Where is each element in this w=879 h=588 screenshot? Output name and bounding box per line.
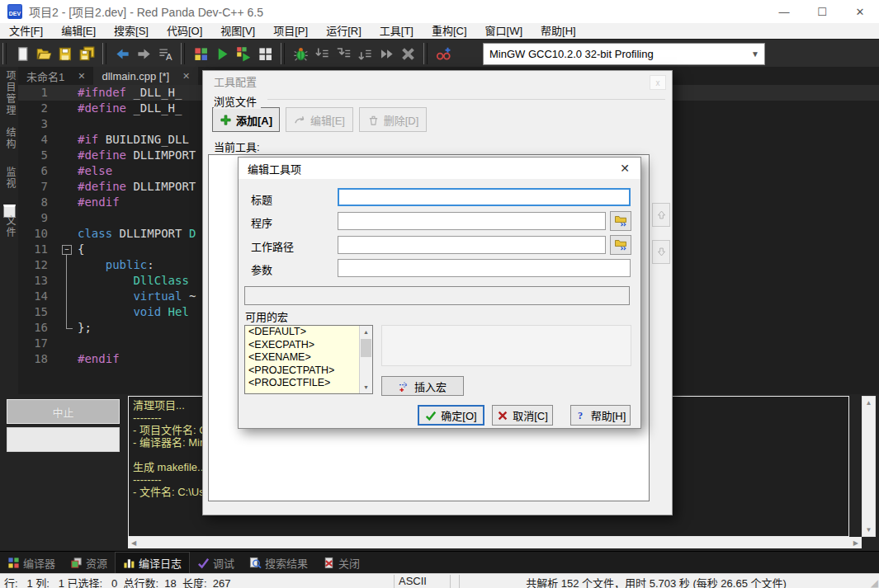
sidebar-panel-structure[interactable]: 结构 [3, 127, 17, 150]
dialog-titlebar[interactable]: 工具配置 [203, 71, 672, 91]
token: DLLIMPORT [133, 148, 196, 162]
menu-item-run[interactable]: 运行[R] [317, 23, 371, 39]
log-horizontal-scrollbar[interactable]: ◀ ▶ [128, 537, 862, 548]
nav-forward-button[interactable] [133, 43, 154, 64]
edit-tool-button[interactable]: 编辑[E] [286, 107, 353, 132]
step-over-button[interactable] [311, 43, 333, 64]
run-button[interactable] [211, 43, 233, 64]
debug-icon [293, 46, 309, 62]
minimize-button[interactable]: — [765, 0, 803, 23]
scroll-down-icon[interactable]: ▼ [360, 384, 372, 390]
menu-item-code[interactable]: 代码[O] [158, 23, 211, 39]
token: BUILDING_DLL [106, 133, 189, 146]
menu-item-tools[interactable]: 工具[T] [371, 23, 423, 39]
compile-button[interactable] [190, 43, 211, 64]
output-tab-search-results[interactable]: 搜索结果 [242, 553, 315, 573]
toolbar-separator [102, 43, 106, 64]
open-folder-button[interactable] [33, 43, 54, 64]
menu-item-file[interactable]: 文件[F] [0, 23, 52, 39]
macro-list-item[interactable]: <PROJECTPATH> [245, 365, 372, 378]
step-out-button[interactable] [354, 43, 376, 64]
macro-list-scrollbar[interactable]: ▲ ▼ [359, 326, 372, 393]
menu-item-window[interactable]: 窗口[W] [476, 23, 532, 39]
profiler-button[interactable] [432, 43, 454, 64]
macro-list-item[interactable]: <PROJECTFILE> [245, 377, 372, 390]
move-down-button[interactable] [652, 240, 670, 264]
browse-program-button[interactable] [610, 211, 631, 231]
move-up-button[interactable] [652, 203, 670, 227]
ok-button[interactable]: 确定[O] [418, 405, 484, 426]
compile-and-run-button[interactable] [233, 43, 254, 64]
close-icon[interactable]: ✕ [617, 161, 633, 176]
debug-button[interactable] [290, 43, 311, 64]
step-into-button[interactable] [333, 43, 354, 64]
sidebar-panel-project-manager[interactable]: 项目管理 [3, 70, 17, 116]
delete-tool-button[interactable]: 删除[D] [359, 107, 427, 132]
continue-button[interactable] [376, 43, 397, 64]
nav-back-button[interactable] [111, 43, 133, 64]
macro-list-item[interactable]: <EXENAME> [245, 351, 372, 365]
step-into-icon [336, 46, 352, 62]
output-tab-resources[interactable]: 资源 [63, 553, 115, 573]
plus-icon [220, 114, 232, 126]
menu-item-help[interactable]: 帮助[H] [532, 23, 585, 39]
menu-item-edit[interactable]: 编辑[E] [52, 23, 105, 39]
scrollbar-thumb[interactable] [361, 339, 371, 357]
abort-button[interactable]: 中止 [7, 399, 120, 424]
sidebar-panel-files[interactable]: 文件 [3, 215, 17, 238]
cancel-button[interactable]: 取消[C] [492, 405, 553, 426]
workdir-field-input[interactable] [338, 236, 606, 254]
log-vertical-scrollbar[interactable]: ▲ ▼ [862, 396, 876, 537]
compiler-set-select[interactable]: MinGW GCC10.2.0 32-bit Profiling ▼ [483, 43, 765, 65]
menu-item-refactor[interactable]: 重构[C] [423, 23, 476, 39]
editor-tab-1[interactable]: 未命名1✕ [18, 67, 93, 85]
fold-gutter [59, 116, 78, 132]
scroll-down-icon[interactable]: ▼ [862, 526, 875, 534]
output-tab-debug[interactable]: 调试 [190, 553, 242, 573]
program-field-input[interactable] [338, 212, 606, 230]
fold-gutter[interactable]: − [59, 242, 78, 257]
scroll-up-icon[interactable]: ▲ [862, 399, 875, 407]
new-file-button[interactable] [12, 43, 33, 64]
menu-item-project[interactable]: 项目[P] [264, 23, 317, 39]
save-button[interactable] [54, 43, 76, 64]
replace-in-files-button[interactable]: A [154, 43, 176, 64]
close-tab-icon[interactable]: ✕ [78, 71, 85, 82]
close-button[interactable]: ✕ [841, 0, 879, 23]
token: public [106, 258, 148, 271]
editor-tab-2[interactable]: dllmain.cpp [*]✕ [93, 67, 198, 85]
output-tab-close[interactable]: 关闭 [315, 553, 367, 573]
scroll-left-icon[interactable]: ◀ [131, 539, 136, 547]
line-number: 9 [18, 210, 59, 226]
browse-workdir-button[interactable] [610, 235, 631, 255]
close-icon[interactable]: x [650, 75, 666, 90]
resize-grip[interactable]: ◢ [871, 577, 878, 588]
dialog-titlebar[interactable]: 编辑工具项 [239, 158, 640, 179]
add-tool-button[interactable]: 添加[A] [212, 107, 280, 132]
rebuild-all-button[interactable] [254, 43, 276, 64]
menu-item-search[interactable]: 搜索[S] [105, 23, 158, 39]
macro-listbox[interactable]: <DEFAULT><EXECPATH><EXENAME><PROJECTPATH… [244, 325, 373, 394]
title-field-input[interactable] [338, 188, 631, 206]
toolbar-group [430, 41, 456, 66]
close-tab-icon[interactable]: ✕ [182, 71, 190, 82]
output-tab-compiler[interactable]: 编译器 [0, 553, 63, 573]
help-button[interactable]: ? 帮助[H] [570, 405, 631, 426]
maximize-button[interactable]: ☐ [803, 0, 841, 23]
token: _DLL_H_ [133, 101, 182, 115]
macro-list-item[interactable]: <EXECPATH> [245, 339, 372, 352]
save-all-button[interactable] [76, 43, 97, 64]
titlebar[interactable]: DEV 项目2 - [项目2.dev] - Red Panda Dev-C++ … [0, 0, 879, 23]
line-number: 17 [18, 336, 59, 351]
macro-list-item[interactable]: <DEFAULT> [245, 326, 372, 339]
insert-macro-button[interactable]: 插入宏 [381, 376, 464, 396]
fold-collapse-icon[interactable]: − [62, 245, 72, 255]
stop-button[interactable] [397, 43, 418, 64]
params-field-input[interactable] [338, 259, 631, 277]
menu-item-view[interactable]: 视图[V] [211, 23, 264, 39]
svg-text:A: A [166, 52, 172, 62]
scroll-right-icon[interactable]: ▶ [853, 539, 858, 547]
scroll-up-icon[interactable]: ▲ [360, 329, 372, 335]
sidebar-panel-watch[interactable]: 监视 [3, 167, 17, 190]
output-tab-compile-log[interactable]: 编译日志 [115, 552, 190, 574]
